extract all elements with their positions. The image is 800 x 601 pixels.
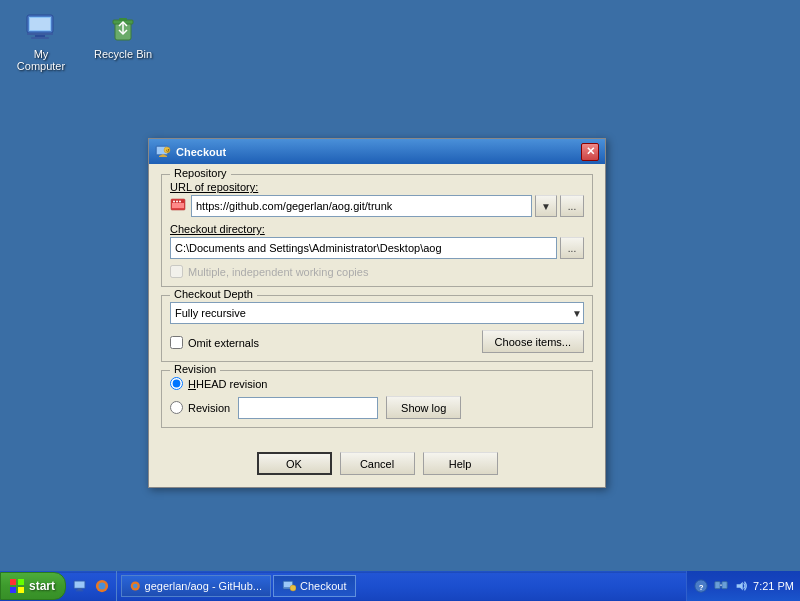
revision-radio-row: Revision — [170, 401, 230, 414]
tray-time: 7:21 PM — [753, 580, 794, 592]
svg-text:?: ? — [699, 583, 704, 592]
checkout-depth-group-label: Checkout Depth — [170, 288, 257, 300]
revision-text-input[interactable] — [238, 397, 378, 419]
windows-logo-icon — [9, 578, 25, 594]
svg-rect-28 — [76, 590, 84, 591]
svg-rect-5 — [35, 35, 45, 37]
svg-rect-9 — [119, 18, 127, 21]
url-browse-button[interactable]: ... — [560, 195, 584, 217]
multiple-copies-label: Multiple, independent working copies — [188, 266, 368, 278]
head-revision-radio[interactable] — [170, 377, 183, 390]
tray-volume-icon[interactable] — [733, 578, 749, 594]
ok-button[interactable]: OK — [257, 452, 332, 475]
tray-network-icon[interactable] — [713, 578, 729, 594]
dialog-title: Checkout — [176, 146, 581, 158]
url-input[interactable] — [191, 195, 532, 217]
svg-rect-21 — [10, 579, 16, 585]
revision-group: Revision HHEAD revision Revision Show lo… — [161, 370, 593, 428]
omit-externals-checkbox[interactable] — [170, 336, 183, 349]
show-desktop-button[interactable] — [70, 576, 90, 596]
url-field-row: URL of repository: — [170, 181, 584, 217]
checkout-depth-group: Checkout Depth Fully recursive Immediate… — [161, 295, 593, 362]
svg-rect-40 — [722, 582, 727, 589]
desktop-icon-my-computer[interactable]: My Computer — [6, 8, 76, 76]
taskbar-items: gegerlan/aog - GitHub... Checkout — [117, 575, 686, 597]
svg-rect-26 — [75, 582, 85, 588]
multiple-copies-row: Multiple, independent working copies — [170, 265, 584, 278]
revision-input-row: Revision Show log — [170, 396, 584, 419]
multiple-copies-checkbox[interactable] — [170, 265, 183, 278]
checkout-dir-input[interactable] — [170, 237, 557, 259]
my-computer-icon — [25, 12, 57, 44]
url-label: URL of repository: — [170, 181, 584, 193]
dialog-footer: OK Cancel Help — [149, 446, 605, 487]
choose-items-button[interactable]: Choose items... — [482, 330, 584, 353]
dialog-close-button[interactable]: ✕ — [581, 143, 599, 161]
taskbar-item-github-label: gegerlan/aog - GitHub... — [145, 580, 262, 592]
start-label: start — [29, 579, 55, 593]
head-revision-row: HHEAD revision — [170, 377, 584, 390]
repository-group-label: Repository — [170, 167, 231, 179]
head-revision-label: HHEAD revision — [188, 378, 267, 390]
taskbar-tray: ? 7:21 PM — [686, 571, 800, 601]
cancel-button[interactable]: Cancel — [340, 452, 415, 475]
svg-rect-23 — [10, 587, 16, 593]
firefox-quicklaunch-button[interactable] — [92, 576, 112, 596]
taskbar-item-github[interactable]: gegerlan/aog - GitHub... — [121, 575, 271, 597]
dialog-titlebar: ↺ Checkout ✕ — [149, 139, 605, 164]
checkout-dir-field-row: Checkout directory: ... — [170, 223, 584, 259]
help-button[interactable]: Help — [423, 452, 498, 475]
svg-point-20 — [179, 201, 181, 203]
omit-externals-label: Omit externals — [188, 337, 259, 349]
tray-help-icon[interactable]: ? — [693, 578, 709, 594]
depth-options-row: Omit externals Choose items... — [170, 330, 584, 353]
svg-rect-4 — [27, 33, 53, 35]
revision-radio[interactable] — [170, 401, 183, 414]
quicklaunch — [66, 571, 117, 601]
github-taskbar-icon — [130, 579, 141, 593]
dialog-body: Repository URL of repository: — [149, 164, 605, 446]
svg-point-19 — [176, 201, 178, 203]
desktop-icon-recycle-bin[interactable]: Recycle Bin — [88, 8, 158, 64]
checkout-dialog: ↺ Checkout ✕ Repository URL of repositor… — [148, 138, 606, 488]
svg-rect-27 — [77, 589, 81, 591]
svg-rect-22 — [18, 579, 24, 585]
url-dropdown-button[interactable]: ▼ — [535, 195, 557, 217]
svg-rect-39 — [715, 582, 720, 589]
svg-rect-24 — [18, 587, 24, 593]
svg-marker-42 — [737, 582, 743, 591]
svg-rect-3 — [30, 18, 50, 30]
repository-group: Repository URL of repository: — [161, 174, 593, 287]
checkout-dir-browse-button[interactable]: ... — [560, 237, 584, 259]
svg-point-31 — [100, 584, 104, 588]
taskbar-item-checkout[interactable]: Checkout — [273, 575, 355, 597]
revision-label: Revision — [188, 402, 230, 414]
checkout-taskbar-icon — [282, 579, 296, 593]
svg-rect-6 — [31, 37, 49, 39]
recycle-bin-label: Recycle Bin — [94, 48, 152, 60]
my-computer-label: My Computer — [10, 48, 72, 72]
omit-externals-row: Omit externals — [170, 336, 259, 349]
taskbar: start gegerlan/aog - GitHu — [0, 571, 800, 601]
recycle-bin-icon — [107, 12, 139, 44]
svg-point-33 — [133, 584, 138, 589]
svg-point-36 — [290, 585, 296, 591]
url-icon — [170, 197, 188, 215]
show-log-button[interactable]: Show log — [386, 396, 461, 419]
checkout-dir-label: Checkout directory: — [170, 223, 584, 235]
start-button[interactable]: start — [0, 572, 66, 600]
taskbar-item-checkout-label: Checkout — [300, 580, 346, 592]
svg-point-18 — [173, 201, 175, 203]
depth-select[interactable]: Fully recursive Immediate children Only … — [170, 302, 584, 324]
depth-select-wrapper: Fully recursive Immediate children Only … — [170, 302, 584, 324]
revision-group-label: Revision — [170, 363, 220, 375]
dialog-titlebar-icon: ↺ — [155, 144, 171, 160]
